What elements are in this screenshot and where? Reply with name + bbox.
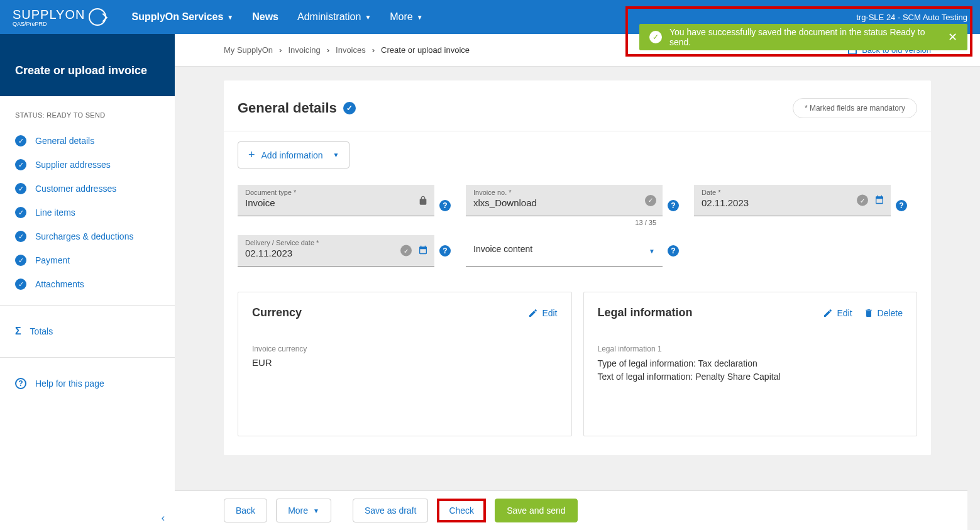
nav-services[interactable]: SupplyOn Services▼ [131, 11, 233, 23]
delete-legal-button[interactable]: Delete [864, 308, 903, 318]
sidebar-item-lines[interactable]: ✓Line items [15, 201, 160, 224]
legal-sub-label: Legal information 1 [598, 345, 903, 353]
date-field[interactable]: Date * ✓ [694, 185, 891, 216]
breadcrumb-home[interactable]: My SupplyOn [224, 45, 273, 55]
sidebar-item-general[interactable]: ✓General details [15, 129, 160, 153]
nav-admin[interactable]: Administration▼ [297, 11, 371, 23]
calendar-icon[interactable] [874, 194, 884, 206]
date-input[interactable] [702, 197, 883, 208]
logo[interactable]: SUPPLYON QAS/PrePRD [13, 8, 106, 27]
help-icon[interactable]: ? [668, 245, 679, 257]
notification-text: You have successfully saved the document… [669, 27, 948, 47]
check-icon: ✓ [645, 195, 656, 206]
sigma-icon: Σ [15, 326, 21, 337]
card-title: General details ✓ [238, 100, 356, 116]
more-button[interactable]: More ▼ [276, 499, 331, 522]
breadcrumb-invoices[interactable]: Invoices [336, 45, 366, 55]
collapse-sidebar-icon[interactable]: ‹ [162, 512, 165, 524]
legal-line2: Text of legal information: Penalty Share… [598, 370, 903, 384]
save-send-button[interactable]: Save and send [495, 499, 577, 522]
invoice-content-select[interactable]: Invoice content ▼ [466, 235, 663, 267]
currency-value: EUR [252, 357, 558, 368]
caret-down-icon: ▼ [365, 14, 371, 21]
caret-down-icon: ▼ [227, 14, 233, 21]
main-nav: SupplyOn Services▼ News Administration▼ … [131, 11, 422, 23]
caret-down-icon: ▼ [313, 507, 319, 514]
currency-card: Currency Edit Invoice currency EUR [238, 292, 572, 436]
caret-down-icon: ▼ [333, 152, 339, 158]
invoice-no-input[interactable] [473, 197, 655, 208]
help-icon[interactable]: ? [896, 200, 907, 211]
mandatory-note: * Marked fields are mandatory [793, 98, 917, 118]
check-icon: ✓ [857, 195, 868, 206]
nav-news[interactable]: News [252, 11, 278, 23]
check-icon: ✓ [15, 183, 26, 194]
legal-title: Legal information [598, 306, 693, 319]
help-icon[interactable]: ? [439, 200, 451, 211]
success-notification: ✓ You have successfully saved the docume… [639, 24, 967, 50]
action-footer: Back More ▼ Save as draft Check Save and… [175, 490, 967, 530]
calendar-icon[interactable] [418, 245, 428, 257]
sidebar-item-supplier[interactable]: ✓Supplier addresses [15, 153, 160, 177]
check-button[interactable]: Check [437, 499, 486, 522]
nav-more[interactable]: More▼ [390, 11, 422, 23]
check-icon: ✓ [15, 255, 26, 266]
sidebar-status: STATUS: READY TO SEND [0, 96, 175, 129]
currency-title: Currency [252, 306, 302, 319]
pencil-icon [528, 308, 538, 318]
sidebar-nav: ✓General details ✓Supplier addresses ✓Cu… [0, 129, 175, 296]
add-information-button[interactable]: + Add information ▼ [238, 141, 350, 168]
check-icon: ✓ [343, 102, 356, 114]
caret-down-icon: ▼ [649, 247, 655, 254]
breadcrumb-invoicing[interactable]: Invoicing [288, 45, 320, 55]
check-icon: ✓ [15, 207, 26, 218]
divider [0, 357, 175, 358]
help-icon[interactable]: ? [668, 200, 679, 211]
legal-card: Legal information Edit Delete [583, 292, 918, 436]
sidebar-item-payment[interactable]: ✓Payment [15, 248, 160, 272]
delivery-date-field[interactable]: Delivery / Service date * ✓ [238, 235, 434, 267]
help-icon[interactable]: ? [439, 245, 451, 257]
main-content: My SupplyOn› Invoicing› Invoices› Create… [175, 34, 980, 530]
save-draft-button[interactable]: Save as draft [353, 499, 429, 522]
sidebar-totals[interactable]: Σ Totals [0, 314, 175, 348]
logo-text: SUPPLYON [13, 8, 85, 22]
sidebar-item-customer[interactable]: ✓Customer addresses [15, 177, 160, 201]
check-icon: ✓ [649, 31, 662, 43]
delivery-date-input[interactable] [245, 248, 427, 258]
document-type-field: Document type * [238, 185, 434, 216]
legal-line1: Type of legal information: Tax declarati… [598, 357, 903, 370]
divider [0, 305, 175, 306]
sidebar-help[interactable]: ? Help for this page [0, 367, 175, 400]
sidebar-item-attachments[interactable]: ✓Attachments [15, 272, 160, 296]
general-details-card: General details ✓ * Marked fields are ma… [224, 80, 931, 455]
plus-icon: + [248, 148, 255, 162]
check-icon: ✓ [15, 231, 26, 242]
question-icon: ? [15, 378, 26, 389]
caret-down-icon: ▼ [417, 14, 423, 21]
currency-label: Invoice currency [252, 345, 558, 353]
lock-icon [418, 196, 428, 206]
edit-currency-button[interactable]: Edit [528, 308, 557, 318]
check-icon: ✓ [15, 279, 26, 290]
logo-icon [89, 8, 106, 26]
char-counter: 13 / 35 [466, 216, 663, 226]
sidebar-item-surcharges[interactable]: ✓Surcharges & deductions [15, 224, 160, 248]
sidebar: Create or upload invoice STATUS: READY T… [0, 34, 175, 530]
form-grid: Document type * ? Invoice no. * ✓ [224, 185, 931, 292]
back-button[interactable]: Back [224, 499, 267, 522]
document-type-input [245, 197, 427, 208]
pencil-icon [823, 308, 833, 318]
notification-highlight: ✓ You have successfully saved the docume… [625, 6, 972, 57]
check-icon: ✓ [15, 135, 26, 146]
edit-legal-button[interactable]: Edit [823, 308, 852, 318]
check-icon: ✓ [400, 245, 412, 257]
check-icon: ✓ [15, 159, 26, 170]
close-icon[interactable]: ✕ [948, 30, 957, 44]
sidebar-title: Create or upload invoice [0, 34, 175, 96]
trash-icon [864, 308, 874, 318]
breadcrumb-current: Create or upload invoice [381, 45, 470, 55]
invoice-no-field[interactable]: Invoice no. * ✓ [466, 185, 663, 216]
